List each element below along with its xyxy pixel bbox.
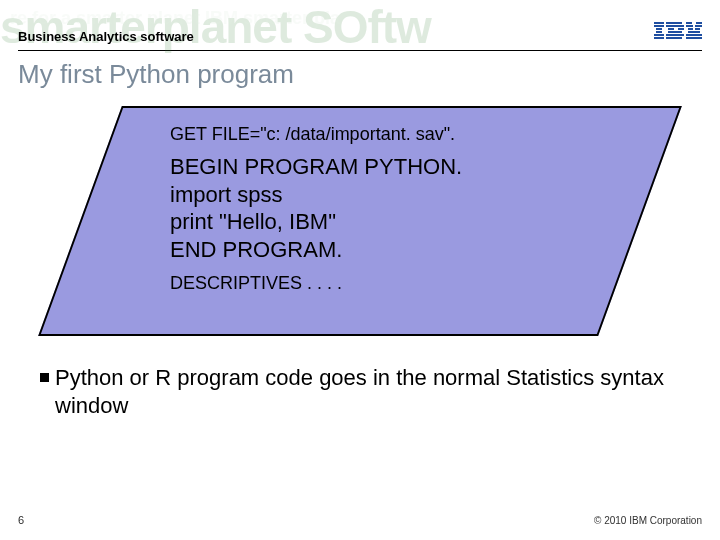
svg-rect-24: [692, 34, 696, 36]
slide-footer: 6 © 2010 IBM Corporation: [18, 514, 702, 526]
svg-rect-23: [696, 37, 702, 39]
code-block-program: BEGIN PROGRAM PYTHON. import spss print …: [170, 153, 610, 263]
svg-rect-3: [656, 31, 662, 33]
page-number: 6: [18, 514, 24, 526]
svg-rect-13: [686, 22, 692, 24]
svg-rect-0: [654, 22, 664, 24]
slide-title: My first Python program: [0, 51, 720, 94]
svg-rect-10: [668, 31, 682, 33]
bullet-square-icon: [40, 373, 49, 382]
ibm-logo: [654, 22, 702, 44]
svg-rect-12: [666, 37, 682, 39]
svg-rect-17: [688, 28, 693, 30]
svg-rect-4: [654, 34, 664, 36]
svg-rect-14: [696, 22, 702, 24]
svg-rect-18: [695, 28, 700, 30]
svg-rect-16: [695, 25, 702, 27]
code-line-descriptives: DESCRIPTIVES . . . .: [170, 273, 610, 294]
code-parallelogram: GET FILE="c: /data/important. sav". BEGI…: [80, 106, 640, 336]
code-content: GET FILE="c: /data/important. sav". BEGI…: [80, 106, 640, 312]
bullet-list: Python or R program code goes in the nor…: [0, 336, 720, 419]
bullet-item: Python or R program code goes in the nor…: [40, 364, 680, 419]
bullet-text: Python or R program code goes in the nor…: [55, 364, 680, 419]
svg-rect-21: [696, 34, 702, 36]
svg-rect-25: [692, 37, 696, 39]
svg-rect-7: [666, 25, 684, 27]
header-brand-line: Business Analytics software: [18, 29, 194, 44]
svg-rect-2: [656, 28, 662, 30]
code-line-getfile: GET FILE="c: /data/important. sav".: [170, 124, 610, 145]
svg-rect-9: [678, 28, 684, 30]
slide-header: Business Analytics software: [0, 0, 720, 50]
svg-rect-22: [686, 37, 692, 39]
svg-rect-11: [666, 34, 684, 36]
copyright-text: © 2010 IBM Corporation: [594, 515, 702, 526]
svg-rect-6: [666, 22, 682, 24]
svg-rect-19: [688, 31, 700, 33]
svg-rect-1: [654, 25, 664, 27]
svg-rect-5: [654, 37, 664, 39]
svg-rect-15: [686, 25, 693, 27]
svg-rect-20: [686, 34, 692, 36]
svg-rect-8: [668, 28, 674, 30]
